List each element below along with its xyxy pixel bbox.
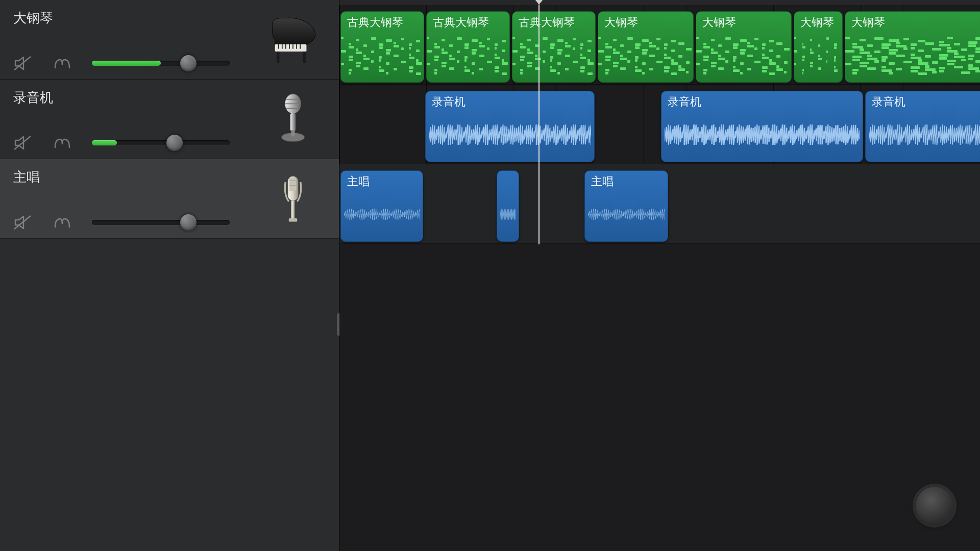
mute-icon[interactable]	[13, 214, 33, 231]
waveform	[869, 124, 980, 145]
midi-region[interactable]: 大钢琴	[845, 11, 980, 83]
midi-region[interactable]: 古典大钢琴	[426, 11, 510, 83]
track-lane[interactable]: 主唱 主唱	[339, 164, 980, 244]
svg-rect-26	[291, 201, 295, 219]
waveform	[500, 204, 516, 224]
volume-slider[interactable]	[92, 215, 230, 230]
midi-notes	[845, 34, 980, 79]
midi-region[interactable]: 古典大钢琴	[512, 11, 596, 83]
assistive-touch-button[interactable]	[916, 487, 953, 524]
svg-rect-18	[291, 130, 295, 136]
mute-icon[interactable]	[13, 134, 33, 152]
midi-notes	[794, 34, 842, 79]
waveform	[344, 204, 420, 224]
region-label: 主唱	[347, 174, 370, 189]
midi-notes	[696, 34, 791, 79]
track-lane[interactable]: 录音机 录音机 录音机	[339, 85, 980, 164]
region-label: 大钢琴	[702, 15, 736, 30]
region-label: 古典大钢琴	[433, 15, 489, 30]
region-label: 古典大钢琴	[347, 15, 403, 30]
volume-thumb[interactable]	[180, 55, 197, 71]
region-label: 录音机	[872, 94, 905, 110]
volume-slider[interactable]	[92, 56, 230, 71]
track-header[interactable]: 大钢琴	[0, 0, 339, 80]
microphone-studio-icon[interactable]	[262, 168, 324, 230]
midi-notes	[512, 34, 595, 79]
region-label: 古典大钢琴	[519, 15, 575, 30]
app-root: 大钢琴 录音机	[0, 0, 980, 551]
region-label: 录音机	[432, 94, 465, 110]
midi-notes	[598, 34, 693, 79]
track-headers-panel: 大钢琴 录音机	[0, 0, 339, 551]
midi-notes	[427, 34, 509, 79]
track-header[interactable]: 主唱	[0, 159, 339, 239]
waveform	[588, 204, 665, 224]
headphones-icon[interactable]	[52, 55, 72, 72]
region-label: 大钢琴	[851, 15, 885, 30]
region-label: 录音机	[668, 94, 701, 110]
audio-region[interactable]: 录音机	[661, 91, 863, 162]
midi-notes	[341, 34, 424, 79]
volume-thumb[interactable]	[180, 214, 197, 231]
svg-rect-9	[277, 52, 279, 63]
audio-region[interactable]: 主唱	[340, 170, 423, 242]
waveform	[665, 124, 860, 145]
svg-rect-27	[289, 218, 298, 222]
mute-icon[interactable]	[13, 55, 33, 72]
ruler[interactable]	[339, 0, 980, 5]
midi-region[interactable]: 古典大钢琴	[340, 11, 424, 83]
audio-region[interactable]	[497, 170, 519, 242]
audio-region[interactable]: 录音机	[865, 91, 980, 162]
playhead-line[interactable]	[538, 5, 540, 244]
svg-rect-16	[290, 113, 296, 131]
tracks-area[interactable]: 古典大钢琴古典大钢琴古典大钢琴大钢琴大钢琴大钢琴大钢琴录音机 录音机 录音机 主…	[339, 5, 980, 244]
midi-region[interactable]: 大钢琴	[598, 11, 694, 83]
track-header[interactable]: 录音机	[0, 80, 339, 159]
midi-region[interactable]: 大钢琴	[794, 11, 843, 83]
midi-region[interactable]: 大钢琴	[696, 11, 792, 83]
grand-piano-icon[interactable]	[262, 9, 324, 70]
region-label: 大钢琴	[800, 15, 834, 30]
waveform	[429, 124, 591, 145]
volume-thumb[interactable]	[166, 135, 183, 151]
microphone-classic-icon[interactable]	[262, 89, 324, 150]
svg-rect-21	[289, 178, 296, 191]
audio-region[interactable]: 主唱	[584, 170, 668, 242]
track-lane[interactable]: 古典大钢琴古典大钢琴古典大钢琴大钢琴大钢琴大钢琴大钢琴	[339, 5, 980, 85]
headphones-icon[interactable]	[52, 134, 72, 152]
volume-slider[interactable]	[92, 135, 230, 151]
svg-rect-10	[303, 52, 305, 63]
playhead-marker[interactable]	[535, 0, 543, 5]
headphones-icon[interactable]	[52, 214, 72, 231]
timeline[interactable]: 古典大钢琴古典大钢琴古典大钢琴大钢琴大钢琴大钢琴大钢琴录音机 录音机 录音机 主…	[339, 0, 980, 551]
audio-region[interactable]: 录音机	[425, 91, 595, 162]
region-label: 主唱	[591, 174, 614, 189]
region-label: 大钢琴	[604, 15, 638, 30]
svg-rect-1	[275, 44, 307, 52]
